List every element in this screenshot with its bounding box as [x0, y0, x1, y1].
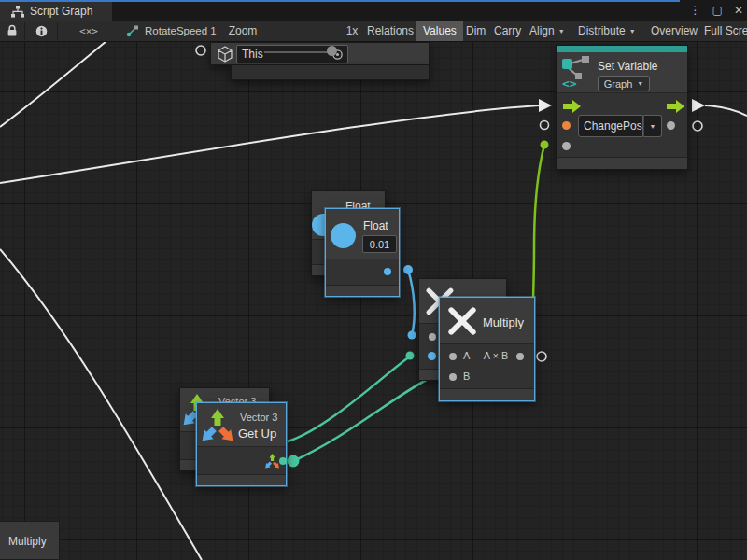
get-up-body [197, 447, 286, 476]
float-value-field[interactable]: 0.01 [362, 235, 397, 253]
lock-button[interactable] [0, 21, 24, 41]
unity-script-graph-window: This <> Set Variable Graph ▼ [0, 0, 747, 560]
chevron-down-icon: ▼ [629, 28, 636, 35]
port-vector3-output[interactable] [279, 457, 287, 465]
port-back-a[interactable] [429, 333, 436, 341]
vector3-icon [200, 407, 237, 446]
button-values[interactable]: Values [416, 21, 463, 41]
tab-label: Script Graph [30, 5, 92, 18]
button-distribute[interactable]: Distribute ▼ [571, 21, 642, 41]
info-icon [35, 25, 48, 37]
float-body [326, 259, 399, 287]
port-input-value[interactable] [562, 142, 571, 150]
float-icon [331, 223, 356, 248]
chevron-down-icon: ▼ [637, 80, 643, 87]
flow-in-arrow-icon[interactable] [563, 99, 582, 114]
multiply-title: Multiply [483, 315, 524, 329]
button-relations[interactable]: Relations [360, 21, 420, 41]
graph-breadcrumb-icon [126, 24, 139, 37]
variable-name-caret-button[interactable]: ▼ [643, 115, 662, 137]
label-b: B [463, 371, 470, 382]
port-b[interactable] [449, 373, 457, 381]
get-up-footer [197, 474, 286, 485]
window-controls: ⋮ ▢ ✕ [690, 2, 743, 19]
port-output-value[interactable] [667, 121, 675, 130]
multiply-footer [440, 388, 534, 400]
svg-text:<>: <> [562, 77, 577, 90]
get-up-type: Vector 3 [240, 412, 277, 423]
tab-script-graph[interactable]: Script Graph [0, 2, 112, 21]
breadcrumb-label: RotateSpeed 1 [145, 25, 217, 36]
multiply-corner-title: Multiply [8, 535, 47, 548]
multiply-body: A A × B B [440, 344, 534, 390]
zoom-value: 1x [342, 21, 362, 41]
gameobject-cube-icon [217, 46, 233, 63]
label-a-times-b: A × B [475, 350, 516, 361]
set-variable-header: <> Set Variable Graph ▼ [557, 52, 687, 93]
node-get-up[interactable]: Vector 3 Get Up [196, 402, 287, 486]
set-variable-footer [557, 157, 687, 169]
multiply-icon [447, 306, 477, 336]
maximize-icon[interactable]: ▢ [712, 4, 723, 17]
button-overview[interactable]: Overview [644, 21, 704, 41]
node-multiply-corner[interactable]: Multiply [0, 521, 60, 560]
code-view-button[interactable]: <×> [58, 21, 120, 41]
port-axb-output[interactable] [516, 353, 524, 360]
port-float-output[interactable] [384, 268, 391, 275]
float-header: Float 0.01 [326, 209, 399, 259]
button-full-screen[interactable]: Full Screen [698, 21, 747, 41]
port-variable-name[interactable] [562, 121, 571, 130]
button-align[interactable]: Align ▼ [523, 21, 571, 41]
script-graph-icon [11, 6, 24, 18]
node-float[interactable]: Float 0.01 [325, 208, 400, 297]
lock-icon [7, 24, 18, 37]
close-icon[interactable]: ✕ [734, 4, 743, 17]
node-this-body[interactable] [231, 65, 430, 80]
breadcrumb[interactable]: RotateSpeed 1 [123, 21, 226, 41]
flow-out-arrow-icon[interactable] [667, 99, 685, 114]
zoom-slider-handle[interactable] [327, 46, 337, 56]
tab-strip: Script Graph ⋮ ▢ ✕ [0, 0, 747, 21]
node-set-variable[interactable]: <> Set Variable Graph ▼ ChangePos ▼ [556, 45, 688, 170]
chevron-down-icon: ▼ [650, 123, 656, 130]
variable-accent-bar [557, 46, 687, 52]
port-a[interactable] [449, 353, 457, 360]
graph-toolbar: <×> RotateSpeed 1 Zoom 1x Relations Valu… [0, 21, 747, 42]
chevron-down-icon: ▼ [558, 28, 565, 35]
multiply-header: Multiply [440, 298, 534, 344]
this-field-value: This [242, 48, 263, 61]
zoom-slider-track[interactable] [264, 51, 333, 53]
variable-scope-dropdown[interactable]: Graph ▼ [598, 76, 650, 91]
set-variable-title: Set Variable [598, 60, 657, 73]
more-menu-icon[interactable]: ⋮ [690, 4, 701, 17]
get-up-title: Get Up [238, 427, 276, 441]
get-up-header: Vector 3 Get Up [197, 403, 286, 447]
float-footer [326, 285, 399, 296]
float-title: Float [363, 219, 388, 232]
info-button[interactable] [25, 21, 57, 41]
zoom-label: Zoom [224, 21, 261, 41]
node-multiply[interactable]: Multiply A A × B B [439, 297, 535, 401]
button-carry[interactable]: Carry [487, 21, 528, 41]
set-variable-body: ChangePos ▼ [557, 93, 687, 158]
port-back-b[interactable] [428, 352, 436, 360]
node-this-header[interactable]: This [210, 42, 430, 65]
variable-name-dropdown[interactable]: ChangePos [578, 115, 643, 137]
set-variable-icon: <> [561, 56, 593, 90]
label-a: A [463, 350, 470, 361]
